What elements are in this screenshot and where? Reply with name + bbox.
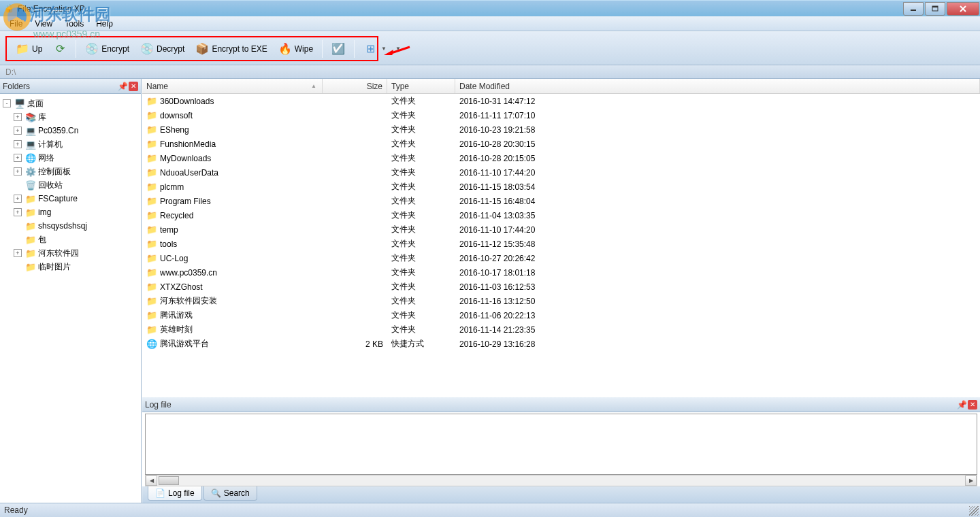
menu-help[interactable]: Help (91, 18, 118, 30)
scroll-left-icon[interactable]: ◀ (146, 476, 157, 486)
tree-node[interactable]: 📁包 (14, 233, 138, 246)
file-row[interactable]: 📁UC-Log文件夹2016-10-27 20:26:42 (142, 251, 980, 265)
file-name: tools (160, 239, 177, 249)
folder-tree[interactable]: -🖥️桌面+📚库+💻Pc0359.Cn+💻计算机+🌐网络+⚙️控制面板🗑️回收站… (0, 94, 141, 503)
tree-node[interactable]: +🌐网络 (14, 151, 138, 165)
tree-node[interactable]: +💻计算机 (14, 137, 138, 151)
file-list: Name Size Type Date Modified 📁360Downloa… (142, 79, 980, 397)
col-date[interactable]: Date Modified (455, 79, 980, 93)
file-row[interactable]: 🌐腾讯游戏平台2 KB快捷方式2016-10-29 13:16:28 (142, 337, 980, 351)
file-type: 文件夹 (387, 281, 455, 293)
file-row[interactable]: 📁plcmm文件夹2016-11-15 18:03:54 (142, 180, 980, 194)
file-row[interactable]: 📁Program Files文件夹2016-11-15 16:48:04 (142, 194, 980, 208)
encrypt-to-exe-button[interactable]: 📦 Encrypt to EXE (191, 39, 272, 59)
file-row[interactable]: 📁tools文件夹2016-11-12 15:35:48 (142, 237, 980, 251)
file-row[interactable]: 📁www.pc0359.cn文件夹2016-10-17 18:01:18 (142, 265, 980, 280)
close-panel-icon[interactable]: ✕ (968, 400, 977, 410)
tree-node[interactable]: +💻Pc0359.Cn (14, 124, 138, 137)
file-row[interactable]: 📁temp文件夹2016-11-10 17:44:20 (142, 222, 980, 237)
pin-icon[interactable]: 📌 (118, 82, 127, 91)
file-name: 腾讯游戏平台 (160, 338, 209, 350)
file-icon: 📁 (146, 296, 157, 307)
file-row[interactable]: 📁英雄时刻文件夹2016-11-14 21:23:35 (142, 322, 980, 337)
statusbar: Ready (0, 503, 980, 517)
file-row[interactable]: 📁河东软件园安装文件夹2016-11-16 13:12:50 (142, 294, 980, 308)
tab-log-file[interactable]: 📄 Log file (148, 486, 202, 501)
wipe-button[interactable]: 🔥 Wipe (274, 39, 318, 59)
menu-tools[interactable]: Tools (59, 18, 89, 30)
refresh-button[interactable]: ⟳ (48, 39, 71, 59)
menubar: File View Tools Help (0, 16, 980, 31)
tree-label: 临时图片 (38, 261, 71, 273)
tree-icon: 📁 (25, 248, 36, 258)
tree-toggle-icon[interactable]: + (14, 127, 22, 135)
file-row[interactable]: 📁NduoaUserData文件夹2016-11-10 17:44:20 (142, 165, 980, 180)
tree-icon: 📁 (25, 261, 36, 272)
file-date: 2016-10-28 20:15:05 (455, 154, 980, 163)
tree-node[interactable]: +📚库 (14, 110, 138, 124)
file-row[interactable]: 📁FunshionMedia文件夹2016-10-28 20:30:15 (142, 137, 980, 151)
tree-node[interactable]: +📁FSCapture (14, 192, 138, 205)
col-size[interactable]: Size (323, 79, 387, 93)
file-name: temp (160, 225, 178, 235)
log-scrollbar[interactable]: ◀ ▶ (145, 475, 977, 486)
close-button[interactable] (947, 2, 979, 16)
chevron-down-icon: ▼ (381, 46, 387, 52)
file-row[interactable]: 📁MyDownloads文件夹2016-10-28 20:15:05 (142, 151, 980, 165)
menu-view[interactable]: View (29, 18, 58, 30)
log-content[interactable] (145, 414, 977, 475)
options-button[interactable]: ☑️ (327, 39, 350, 59)
tree-toggle-icon[interactable]: + (14, 167, 22, 176)
tree-toggle-icon[interactable]: + (14, 154, 22, 162)
file-row[interactable]: 📁ESheng文件夹2016-10-23 19:21:58 (142, 122, 980, 137)
tree-node[interactable]: +⚙️控制面板 (14, 165, 138, 178)
close-panel-icon[interactable]: ✕ (129, 82, 138, 91)
file-date: 2016-10-27 20:26:42 (455, 254, 980, 263)
file-date: 2016-11-12 15:35:48 (455, 239, 980, 249)
app-icon: 🔒 (4, 3, 15, 14)
chevron-down-icon[interactable]: ▼ (395, 46, 401, 52)
tree-node[interactable]: +📁河东软件园 (14, 246, 138, 260)
tab-search[interactable]: 🔍 Search (203, 486, 257, 501)
tree-toggle-icon[interactable]: - (3, 99, 11, 107)
decrypt-button[interactable]: 💿 Decrypt (135, 39, 189, 59)
pin-icon[interactable]: 📌 (957, 400, 966, 410)
tree-node[interactable]: -🖥️桌面 (3, 97, 138, 110)
file-type: 文件夹 (387, 181, 455, 193)
file-row[interactable]: 📁腾讯游戏文件夹2016-11-06 20:22:13 (142, 308, 980, 322)
file-row[interactable]: 📁XTXZGhost文件夹2016-11-03 16:12:53 (142, 280, 980, 294)
menu-file[interactable]: File (4, 18, 28, 30)
col-type[interactable]: Type (387, 79, 455, 93)
minimize-button[interactable] (903, 2, 924, 16)
view-mode-button[interactable]: ⊞ ▼ (359, 39, 391, 59)
file-type: 文件夹 (387, 310, 455, 321)
search-icon: 🔍 (211, 488, 221, 498)
titlebar[interactable]: 🔒 File Encryption XP (0, 0, 980, 16)
maximize-button[interactable] (925, 2, 945, 16)
tree-node[interactable]: 📁shsqysdshsqj (14, 219, 138, 233)
tree-toggle-icon[interactable]: + (14, 140, 22, 148)
scroll-thumb[interactable] (159, 476, 179, 485)
resize-grip[interactable] (969, 506, 979, 516)
up-button[interactable]: 📁 Up (11, 39, 47, 59)
scroll-right-icon[interactable]: ▶ (965, 476, 977, 486)
tree-node[interactable]: +📁img (14, 205, 138, 219)
file-type: 快捷方式 (387, 338, 455, 350)
file-row[interactable]: 📁Recycled文件夹2016-11-04 13:03:35 (142, 208, 980, 222)
col-name[interactable]: Name (142, 79, 323, 93)
file-type: 文件夹 (387, 110, 455, 121)
tree-toggle-icon[interactable]: + (14, 208, 22, 216)
file-row[interactable]: 📁downsoft文件夹2016-11-11 17:07:10 (142, 108, 980, 122)
disc-icon: 💿 (140, 42, 154, 56)
tree-toggle-icon[interactable]: + (14, 113, 22, 121)
pathbar: D:\ (0, 65, 980, 79)
encrypt-button[interactable]: 💿 Encrypt (80, 39, 134, 59)
tree-label: 回收站 (38, 180, 63, 191)
tree-node[interactable]: 📁临时图片 (14, 260, 138, 273)
tree-node[interactable]: 🗑️回收站 (14, 178, 138, 192)
tree-toggle-icon[interactable]: + (14, 249, 22, 257)
file-type: 文件夹 (387, 152, 455, 164)
file-type: 文件夹 (387, 195, 455, 207)
file-row[interactable]: 📁360Downloads文件夹2016-10-31 14:47:12 (142, 94, 980, 108)
tree-toggle-icon[interactable]: + (14, 195, 22, 203)
